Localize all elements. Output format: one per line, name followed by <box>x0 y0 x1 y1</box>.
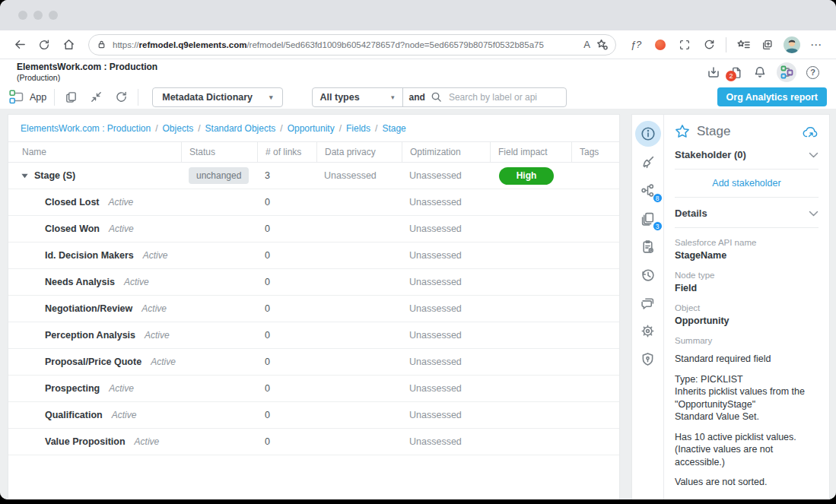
links-count: 3 <box>257 170 316 181</box>
breadcrumb-link[interactable]: Standard Objects <box>205 123 276 134</box>
links-count: 0 <box>257 197 316 208</box>
breadcrumb: / ElementsWork.com : Production / Object… <box>8 115 619 141</box>
history-tab[interactable] <box>635 262 661 287</box>
math-solver-icon[interactable]: ƒ? <box>625 34 647 55</box>
reports-tab[interactable] <box>635 233 661 259</box>
column-optimization: Optimization <box>402 142 490 162</box>
column-field-impact: Field impact <box>490 142 571 162</box>
breadcrumb-link[interactable]: Objects <box>163 123 194 134</box>
table-row-picklist-value[interactable]: Id. Decision Makers Active 0 Unassessed <box>8 242 619 269</box>
breadcrumb-link[interactable]: Stage <box>382 123 405 134</box>
favorite-star-icon[interactable] <box>675 124 690 139</box>
field-impact-badge[interactable]: High <box>499 167 554 185</box>
lock-icon <box>97 40 106 49</box>
shield-icon <box>641 352 655 366</box>
type-filter-select[interactable]: All types ▾ <box>313 88 402 106</box>
home-button[interactable] <box>58 34 79 55</box>
table-header: Name Status # of links Data privacy Opti… <box>8 141 619 163</box>
expand-collapse-icon[interactable] <box>21 172 29 179</box>
security-tab[interactable] <box>635 346 661 372</box>
cleanup-tab[interactable] <box>635 149 661 175</box>
open-in-cloud-icon[interactable] <box>802 125 819 139</box>
dependencies-tab[interactable]: 8 <box>635 177 661 203</box>
details-section-header[interactable]: Details <box>675 198 819 228</box>
favorite-star-icon[interactable] <box>596 39 608 50</box>
summary-paragraph: Values are not sorted. <box>675 476 819 489</box>
share-tray-icon[interactable] <box>707 65 720 79</box>
browser-profile-avatar[interactable] <box>781 34 803 55</box>
breadcrumb-link[interactable]: ElementsWork.com : Production <box>21 123 151 134</box>
org-analytics-report-button[interactable]: Org Analytics report <box>717 87 827 106</box>
picklist-value-state: Active <box>143 250 168 261</box>
refresh-icon[interactable] <box>113 90 130 103</box>
documents-icon[interactable]: 2 <box>730 66 743 79</box>
back-button[interactable] <box>9 34 30 55</box>
detail-field: Salesforce API name StageName <box>675 238 819 261</box>
table-row-picklist-value[interactable]: Closed Lost Active 0 Unassessed <box>8 189 619 216</box>
gear-globe-icon <box>641 324 655 338</box>
salesforce-help-text-field[interactable]: Salesforce help text This is the standar… <box>675 499 819 500</box>
comments-tab[interactable] <box>635 290 661 315</box>
picklist-value-state: Active <box>109 383 134 394</box>
detail-panel-rail: 8 3 <box>632 115 664 499</box>
web-capture-icon[interactable] <box>674 34 695 55</box>
info-tab[interactable] <box>635 121 661 147</box>
table-row-picklist-value[interactable]: Perception Analysis Active 0 Unassessed <box>8 322 619 349</box>
recording-indicator-icon[interactable] <box>650 34 671 55</box>
close-window-button[interactable] <box>18 11 27 20</box>
detail-field-label: Salesforce API name <box>675 238 819 247</box>
table-row-parent[interactable]: Stage (S) unchanged 3 Unassessed Unasses… <box>8 163 619 189</box>
copy-diagram-icon[interactable] <box>62 90 80 103</box>
optimization-value: Unassessed <box>402 303 490 314</box>
search-input[interactable] <box>447 91 560 103</box>
app-toolbar: App Metadata Dictionary ▾ All types ▾ an… <box>0 85 836 109</box>
breadcrumb-link[interactable]: Fields <box>346 123 370 134</box>
url-text: https://refmodel.q9elements.com/refmodel… <box>113 40 577 49</box>
links-count: 0 <box>257 330 316 341</box>
table-row-picklist-value[interactable]: Closed Won Active 0 Unassessed <box>8 216 619 242</box>
salesforce-help-text-label: Salesforce help text <box>685 499 761 500</box>
links-count: 0 <box>257 436 316 447</box>
help-icon[interactable]: ? <box>806 66 819 79</box>
toolbar-divider <box>726 37 726 52</box>
browser-menu-icon[interactable]: ⋯ <box>806 34 827 55</box>
breadcrumb-item: / Standard Objects <box>193 123 275 134</box>
notifications-bell-icon[interactable] <box>753 65 767 79</box>
home-icon <box>62 38 75 51</box>
browser-extension-icon[interactable] <box>698 34 720 55</box>
table-row-picklist-value[interactable]: Negotiation/Review Active 0 Unassessed <box>8 296 619 322</box>
picklist-value-name: Perception Analysis <box>45 330 135 341</box>
dependencies-badge: 8 <box>653 193 663 203</box>
links-count: 0 <box>257 223 316 234</box>
add-stakeholder-link[interactable]: Add stakeholder <box>675 170 819 198</box>
table-row-picklist-value[interactable]: Prospecting Active 0 Unassessed <box>8 376 619 402</box>
stakeholder-section-header[interactable]: Stakeholder (0) <box>675 139 819 170</box>
reload-button[interactable] <box>33 34 55 55</box>
breadcrumb-link[interactable]: Opportunity <box>288 123 335 134</box>
read-aloud-icon[interactable]: A <box>583 39 590 50</box>
favorites-bar-icon[interactable] <box>733 34 754 55</box>
picklist-value-state: Active <box>145 330 170 341</box>
address-bar[interactable]: https://refmodel.q9elements.com/refmodel… <box>88 34 616 55</box>
integrations-tab[interactable] <box>635 318 661 344</box>
table-row-picklist-value[interactable]: Proposal/Price Quote Active 0 Unassessed <box>8 349 619 376</box>
detail-field: Object Opportunity <box>675 303 819 326</box>
elements-logo-avatar[interactable] <box>777 62 796 82</box>
app-switcher-button[interactable]: App <box>9 90 46 104</box>
metadata-dictionary-dropdown[interactable]: Metadata Dictionary ▾ <box>152 87 282 107</box>
table-row-picklist-value[interactable]: Qualification Active 0 Unassessed <box>8 402 619 429</box>
breadcrumb-item: / ElementsWork.com : Production <box>21 123 151 134</box>
info-icon <box>641 126 656 141</box>
minimize-window-button[interactable] <box>33 11 43 20</box>
collections-icon[interactable] <box>757 34 778 55</box>
detail-panel: 8 3 <box>631 114 830 499</box>
table-row-picklist-value[interactable]: Value Proposition Active 0 Unassessed <box>8 429 619 455</box>
collapse-icon[interactable] <box>87 90 105 103</box>
copies-tab[interactable]: 3 <box>635 205 661 231</box>
maximize-window-button[interactable] <box>49 11 58 20</box>
table-row-picklist-value[interactable]: Needs Analysis Active 0 Unassessed <box>8 269 619 296</box>
chevron-down-icon <box>809 152 819 158</box>
picklist-value-name: Negotiation/Review <box>45 303 132 314</box>
picklist-value-name: Prospecting <box>45 383 100 394</box>
optimization-value: Unassessed <box>402 383 490 394</box>
